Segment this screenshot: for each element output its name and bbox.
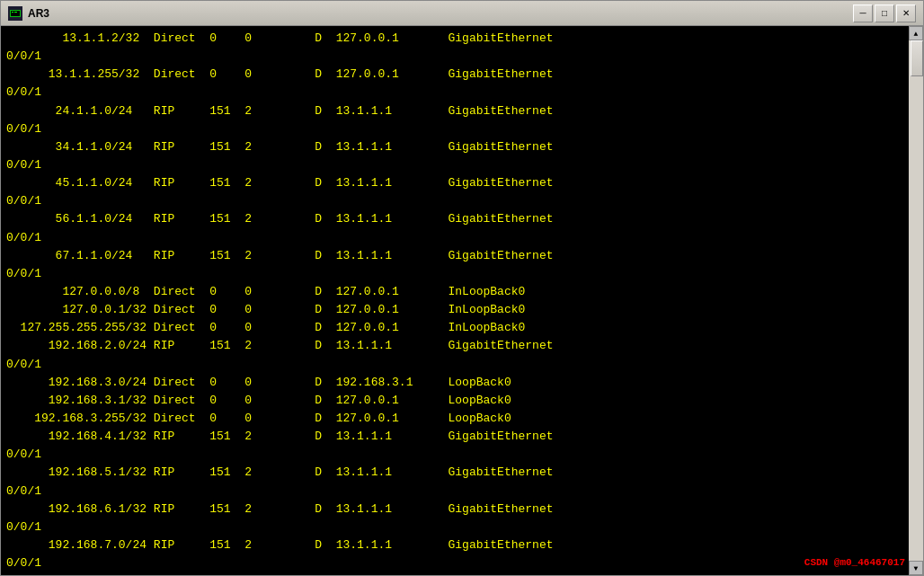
terminal-output[interactable]: 13.1.1.2/32 Direct 0 0 D 127.0.0.1 Gigab… <box>1 26 923 575</box>
scrollbar-down-button[interactable]: ▼ <box>909 561 923 575</box>
window-controls: ─ □ ✕ <box>853 4 916 22</box>
close-button[interactable]: ✕ <box>896 4 916 22</box>
maximize-button[interactable]: □ <box>875 4 894 22</box>
minimize-button[interactable]: ─ <box>853 4 873 22</box>
app-icon <box>8 6 22 21</box>
terminal-lines: 13.1.1.2/32 Direct 0 0 D 127.0.0.1 Gigab… <box>6 30 918 572</box>
terminal-wrapper: 13.1.1.2/32 Direct 0 0 D 127.0.0.1 Gigab… <box>1 26 923 575</box>
svg-rect-2 <box>11 11 20 16</box>
title-bar: AR3 ─ □ ✕ <box>1 1 923 26</box>
main-window: AR3 ─ □ ✕ 13.1.1.2/32 Direct 0 0 D 127.0… <box>0 0 924 576</box>
scrollbar-track[interactable] <box>909 40 923 561</box>
window-title: AR3 <box>28 7 853 20</box>
scrollbar-thumb[interactable] <box>911 40 923 76</box>
svg-rect-3 <box>12 12 13 13</box>
svg-rect-4 <box>14 12 17 13</box>
scrollbar-up-button[interactable]: ▲ <box>909 26 923 40</box>
